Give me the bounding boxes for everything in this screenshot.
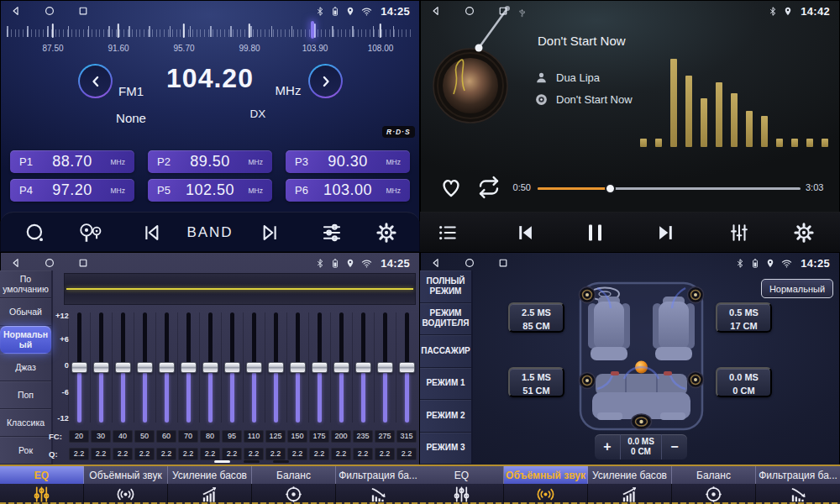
eq-preset-item[interactable]: По умолчанию — [0, 270, 51, 298]
slider-thumb[interactable] — [377, 362, 393, 373]
back-nav-icon[interactable] — [430, 257, 442, 269]
front-left-delay-button[interactable]: 2.5 MS 85 CM — [508, 302, 564, 333]
slider-thumb[interactable] — [159, 362, 175, 373]
home-nav-icon[interactable] — [44, 5, 55, 17]
listening-mode-item[interactable]: РЕЖИМ ВОДИТЕЛЯ — [420, 303, 471, 336]
recents-nav-icon[interactable] — [77, 5, 89, 17]
audio-settings-icon[interactable] — [321, 221, 344, 244]
slider-thumb[interactable] — [71, 362, 87, 373]
band-button[interactable]: BAND — [186, 224, 233, 241]
slider-thumb[interactable] — [202, 362, 218, 373]
sub-delay-plus-button[interactable]: + — [595, 434, 620, 459]
eq-band-slider[interactable] — [286, 312, 308, 423]
recents-nav-icon[interactable] — [77, 257, 89, 269]
radio-preset-p1[interactable]: P188.70MHz — [10, 150, 134, 173]
slider-thumb[interactable] — [268, 362, 284, 373]
eq-preset-item[interactable]: Обычай — [0, 298, 51, 326]
favorite-heart-icon[interactable] — [438, 175, 464, 200]
slider-thumb[interactable] — [93, 362, 109, 373]
playlist-icon[interactable] — [437, 222, 459, 244]
eq-band-slider[interactable] — [308, 312, 330, 423]
recents-nav-icon[interactable] — [497, 5, 509, 17]
eq-band-slider[interactable] — [352, 312, 374, 423]
tab-balance[interactable]: Баланс — [672, 466, 756, 504]
tab-eq-sliders[interactable]: EQ — [420, 466, 504, 504]
slider-thumb[interactable] — [355, 362, 371, 373]
eq-band-slider[interactable] — [155, 312, 177, 423]
next-track-icon[interactable] — [655, 221, 678, 244]
radio-preset-p3[interactable]: P390.30MHz — [286, 150, 410, 173]
eq-band-slider[interactable] — [134, 312, 155, 423]
tab-bass-filter[interactable]: Фильтрация ба... — [756, 466, 840, 504]
slider-thumb[interactable] — [181, 362, 197, 373]
slider-thumb[interactable] — [224, 362, 240, 373]
eq-preset-item[interactable]: Рок — [0, 437, 51, 465]
listening-mode-item[interactable]: РЕЖИМ 2 — [420, 400, 471, 433]
eq-preset-item[interactable]: Поп — [0, 381, 51, 409]
tab-bass-boost[interactable]: Усиление басов — [588, 466, 672, 504]
tab-surround-sound[interactable]: Объёмный звук — [504, 466, 588, 504]
sound-profile-button[interactable]: Нормальный — [761, 279, 833, 298]
slider-thumb[interactable] — [115, 362, 131, 373]
eq-band-slider[interactable] — [221, 312, 243, 423]
listening-mode-item[interactable]: ПАССАЖИР — [420, 335, 471, 368]
eq-band-slider[interactable] — [396, 312, 417, 423]
tab-balance[interactable]: Баланс — [252, 466, 336, 504]
tab-label: EQ — [420, 466, 504, 484]
settings-gear-icon[interactable] — [793, 221, 816, 244]
listening-mode-item[interactable]: РЕЖИМ 1 — [420, 368, 471, 401]
eq-preset-item[interactable]: Джаз — [0, 354, 51, 381]
eq-band-slider[interactable] — [374, 312, 396, 423]
eq-band-slider[interactable] — [265, 312, 286, 423]
eq-band-slider[interactable] — [112, 312, 134, 423]
recents-nav-icon[interactable] — [497, 257, 509, 269]
eq-preset-item[interactable]: Нормальный — [0, 326, 51, 354]
slider-thumb[interactable] — [290, 362, 306, 373]
tab-eq-sliders[interactable]: EQ — [0, 466, 84, 504]
eq-band-slider[interactable] — [177, 312, 199, 423]
scan-search-icon[interactable] — [24, 222, 46, 244]
eq-band-slider[interactable] — [68, 312, 90, 423]
pause-button[interactable] — [585, 224, 605, 240]
tuner-scale[interactable]: 87.5091.6095.7099.80103.90108.00 — [7, 24, 413, 57]
equalizer-icon[interactable] — [728, 222, 750, 244]
eq-band-slider[interactable] — [90, 312, 112, 423]
previous-station-icon[interactable] — [140, 221, 163, 244]
radio-preset-p5[interactable]: P5102.50MHz — [148, 179, 272, 202]
progress-bar[interactable] — [538, 183, 801, 193]
previous-track-icon[interactable] — [514, 221, 537, 244]
eq-band-slider[interactable] — [330, 312, 352, 423]
tune-up-button[interactable] — [308, 64, 343, 98]
rear-left-delay-button[interactable]: 1.5 MS 51 CM — [508, 367, 564, 397]
settings-gear-icon[interactable] — [375, 221, 398, 244]
radio-preset-p4[interactable]: P497.20MHz — [10, 179, 134, 202]
listening-mode-item[interactable]: РЕЖИМ 3 — [420, 433, 471, 465]
back-nav-icon[interactable] — [10, 257, 22, 269]
rear-right-delay-button[interactable]: 0.0 MS 0 CM — [716, 367, 772, 397]
back-nav-icon[interactable] — [10, 5, 22, 17]
front-right-delay-button[interactable]: 0.5 MS 17 CM — [716, 302, 772, 333]
eq-band-slider[interactable] — [199, 312, 221, 423]
tab-surround-sound[interactable]: Объёмный звук — [84, 466, 168, 504]
slider-thumb[interactable] — [312, 362, 328, 373]
back-nav-icon[interactable] — [430, 5, 442, 17]
listening-mode-item[interactable]: ПОЛНЫЙ РЕЖИМ — [420, 270, 471, 303]
radio-preset-p2[interactable]: P289.50MHz — [148, 150, 272, 173]
tab-bass-filter[interactable]: Фильтрация ба... — [336, 466, 420, 504]
eq-preset-item[interactable]: Классика — [0, 409, 51, 437]
repeat-icon[interactable] — [476, 175, 501, 200]
eq-band-slider[interactable] — [243, 312, 265, 423]
home-nav-icon[interactable] — [464, 257, 475, 269]
slider-thumb[interactable] — [137, 362, 153, 373]
slider-thumb[interactable] — [399, 362, 415, 373]
tab-bass-boost[interactable]: Усиление басов — [168, 466, 252, 504]
slider-thumb[interactable] — [246, 362, 262, 373]
radio-preset-p6[interactable]: P6103.00MHz — [286, 179, 410, 202]
broadcast-icon[interactable] — [77, 221, 102, 244]
slider-thumb[interactable] — [333, 362, 349, 373]
next-station-icon[interactable] — [260, 221, 282, 244]
home-nav-icon[interactable] — [464, 5, 475, 17]
sub-delay-minus-button[interactable]: − — [662, 434, 687, 459]
progress-thumb[interactable] — [605, 183, 616, 194]
home-nav-icon[interactable] — [44, 257, 55, 269]
